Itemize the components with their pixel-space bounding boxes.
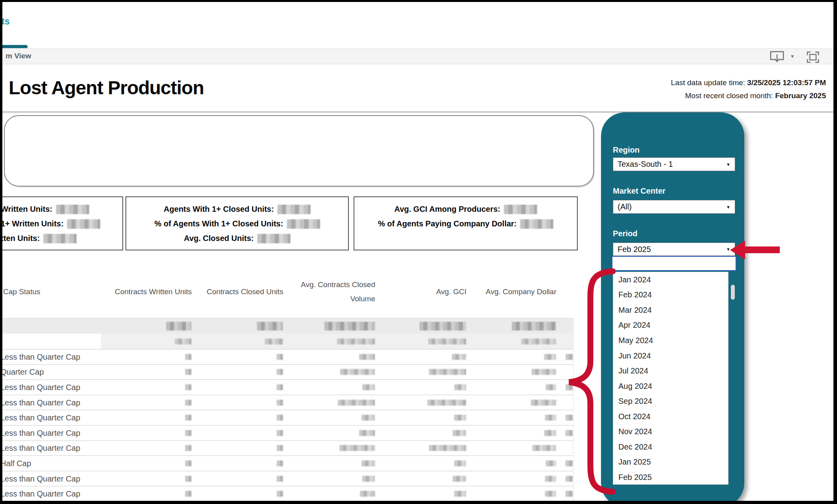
table-total-row [2, 334, 573, 349]
table-row[interactable]: Less than Quarter Cap [2, 380, 573, 395]
period-option[interactable]: Dec 2024 [613, 439, 728, 455]
redacted-cell [197, 476, 283, 482]
period-option[interactable]: Oct 2024 [613, 409, 728, 424]
column-header: Contracts Written Units [103, 276, 192, 308]
redacted-cell [292, 399, 375, 405]
period-search-input[interactable] [612, 256, 736, 271]
market-center-select[interactable]: (All) ▼ [613, 200, 735, 214]
period-option[interactable]: Jun 2024 [613, 348, 728, 364]
redacted-cell [103, 338, 192, 344]
table-row[interactable]: Less than Quarter Cap [2, 349, 573, 365]
period-option[interactable]: Feb 2025 [613, 470, 728, 485]
period-option[interactable]: Apr 2024 [613, 318, 728, 333]
table-row[interactable]: Quarter Cap [2, 365, 573, 380]
redacted-cell [103, 354, 192, 360]
redacted-value [504, 205, 537, 214]
annotation-arrow-head [730, 241, 745, 259]
period-option[interactable]: Feb 2024 [613, 287, 728, 303]
table-row[interactable]: Less than Quarter Cap [2, 426, 573, 441]
redacted-cell [391, 476, 466, 482]
redacted-cell [292, 476, 375, 482]
stat-line: % of Agents Paying Company Dollar: [354, 217, 577, 231]
redacted-cell [197, 354, 283, 360]
download-icon[interactable] [770, 50, 785, 65]
chevron-down-icon[interactable]: ▼ [790, 54, 795, 59]
period-option[interactable]: Sep 2024 [613, 394, 728, 409]
period-option[interactable]: May 2024 [613, 333, 728, 348]
redacted-cell [197, 384, 283, 390]
redacted-cell [292, 338, 375, 344]
redacted-cell [391, 430, 466, 436]
redacted-cell [103, 415, 192, 421]
table-row[interactable]: Half Cap [2, 456, 573, 471]
market-center-value: (All) [618, 202, 632, 211]
table-header: Cap Status Contracts Written UnitsContra… [2, 276, 573, 308]
column-header: Avg. Contracts Closed Volume [292, 276, 375, 308]
redacted-cell [292, 415, 375, 421]
redacted-cell [197, 322, 283, 330]
stat-line: tten Units: [2, 231, 122, 246]
table-row[interactable]: Less than Quarter Cap [2, 471, 573, 487]
redacted-cell [197, 399, 283, 405]
tab-reports[interactable]: ts [2, 16, 9, 27]
redacted-cell [292, 354, 375, 360]
period-option[interactable]: Mar 2024 [613, 302, 728, 318]
screenshot-frame: ts m View ▼ Last data [0, 0, 837, 504]
redacted-cell [485, 399, 556, 405]
toolbar: m View ▼ [2, 48, 833, 64]
redacted-cell [292, 430, 375, 436]
dropdown-caret-icon: ▼ [726, 162, 730, 167]
cap-status-cell: Quarter Cap [2, 368, 44, 377]
redacted-value [287, 219, 320, 229]
redacted-value [67, 219, 100, 229]
redacted-cell [485, 415, 556, 421]
table-body: Less than Quarter CapQuarter CapLess tha… [2, 349, 573, 501]
region-select[interactable]: Texas-South - 1 ▼ [613, 157, 735, 171]
annotation-brace [564, 267, 617, 497]
redacted-cell [103, 460, 192, 466]
redacted-cell [485, 369, 556, 375]
redacted-cell [391, 415, 466, 421]
page-title: Lost Agent Production [9, 77, 204, 99]
table-total-row [2, 318, 573, 334]
region-value: Texas-South - 1 [618, 160, 673, 169]
redacted-cell [292, 369, 375, 375]
redacted-cell [391, 460, 466, 466]
notes-box [4, 115, 594, 187]
stat-box: Agents With 1+ Closed Units:% of Agents … [125, 196, 349, 250]
table-row[interactable]: Less than Quarter Cap [2, 486, 573, 501]
redacted-cell [485, 338, 556, 344]
period-option[interactable]: Jul 2024 [613, 363, 728, 379]
period-option[interactable]: Nov 2024 [613, 424, 728, 439]
custom-view-button[interactable]: m View [6, 52, 31, 60]
redacted-cell [103, 476, 192, 482]
redacted-cell [485, 445, 556, 451]
fullscreen-icon[interactable] [806, 50, 820, 65]
region-label: Region [613, 146, 640, 155]
app-window: ts m View ▼ Last data [2, 2, 833, 501]
redacted-label-cell [2, 334, 101, 349]
stat-line: 1+ Written Units: [2, 217, 122, 231]
cap-status-cell: Less than Quarter Cap [2, 413, 80, 422]
period-select[interactable]: Feb 2025 ▼ [613, 243, 735, 256]
table-row[interactable]: Less than Quarter Cap [2, 441, 573, 456]
table-row[interactable]: Less than Quarter Cap [2, 395, 573, 411]
table-row[interactable]: Less than Quarter Cap [2, 410, 573, 426]
redacted-cell [103, 430, 192, 436]
market-center-label: Market Center [613, 187, 665, 196]
cap-status-cell: Less than Quarter Cap [2, 444, 80, 453]
redacted-cell [485, 384, 556, 390]
cap-status-cell: Less than Quarter Cap [2, 383, 80, 392]
redacted-value [520, 219, 553, 229]
period-label: Period [613, 229, 637, 238]
stat-box: Written Units:1+ Written Units:tten Unit… [2, 196, 123, 250]
dropdown-scrollbar[interactable] [731, 285, 735, 300]
redacted-cell [103, 491, 192, 497]
redacted-cell [391, 338, 466, 344]
period-option[interactable]: Jan 2024 [613, 272, 728, 287]
period-option[interactable]: Aug 2024 [613, 379, 728, 394]
period-option[interactable]: Jan 2025 [613, 455, 728, 470]
redacted-cell [197, 430, 283, 436]
redacted-cell [103, 399, 192, 405]
stat-box: Avg. GCI Among Producers:% of Agents Pay… [354, 196, 578, 250]
